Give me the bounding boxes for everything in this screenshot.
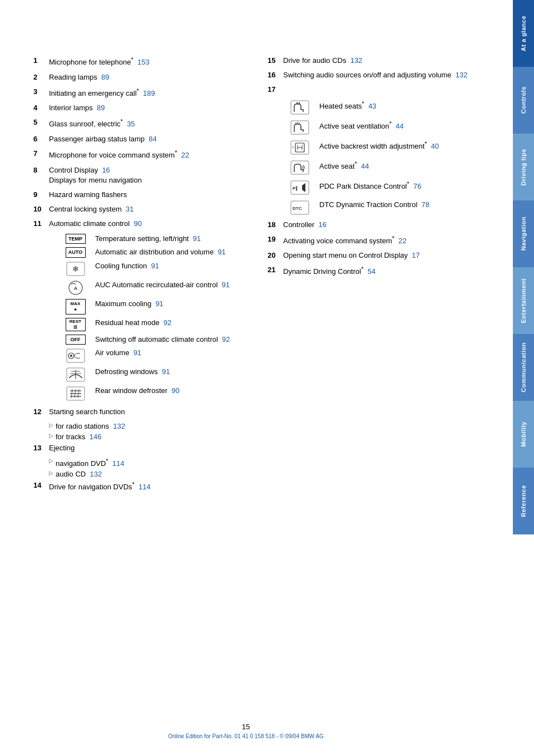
entry-text-13: Ejecting (49, 443, 256, 453)
entry-num-21: 21 (268, 265, 283, 277)
sidebar-tab-communication[interactable]: Communication (513, 334, 534, 401)
page-ref-12b[interactable]: 146 (90, 433, 102, 441)
entry-text-17 (283, 85, 491, 95)
page-ref-11[interactable]: 90 (134, 219, 141, 228)
page-ref-7[interactable]: 22 (181, 151, 189, 159)
page-ref-max[interactable]: 91 (155, 300, 163, 308)
sidebar-tab-driving-tips[interactable]: Driving tips (513, 134, 534, 200)
entry-13a-text: navigation DVD* 114 (56, 458, 125, 468)
entry-num-14: 14 (33, 480, 49, 493)
page-ref-temp[interactable]: 91 (193, 234, 201, 243)
page-ref-active-seat[interactable]: 44 (361, 162, 369, 170)
entry-text-9: Hazard warning flashers (49, 190, 256, 200)
page-ref-2[interactable]: 89 (101, 73, 109, 81)
svg-rect-19 (291, 121, 309, 134)
arrow-12b: ▷ (49, 433, 53, 441)
page-ref-21[interactable]: 54 (368, 268, 375, 276)
entry-text-18: Controller 16 (283, 220, 491, 230)
entry-num-17: 17 (268, 85, 283, 95)
climate-cooling: ❄ Cooling function 91 (60, 261, 256, 277)
sidebar-tab-reference[interactable]: Reference (513, 468, 534, 534)
climate-defrost: Defrosting windows 91 (60, 367, 256, 382)
climate-rest-text: Residual heat mode 92 (95, 318, 256, 331)
entry-13a: ▷ navigation DVD* 114 (49, 458, 256, 468)
entry-12a: ▷ for radio stations 132 (49, 422, 256, 430)
entry-13b-text: audio CD 132 (56, 470, 102, 478)
page-ref-1[interactable]: 153 (137, 58, 150, 66)
climate-cooling-text: Cooling function 91 (95, 261, 256, 277)
sidebar-tab-entertainment[interactable]: Entertainment (513, 267, 534, 334)
entry-num-2: 2 (33, 72, 49, 82)
page-ref-10[interactable]: 31 (126, 205, 134, 213)
page-ref-ventilation[interactable]: 44 (395, 122, 403, 130)
entry-num-19: 19 (268, 234, 283, 247)
entry-num-18: 18 (268, 220, 283, 230)
page-ref-8[interactable]: 16 (102, 166, 110, 174)
page-ref-19[interactable]: 22 (398, 237, 406, 245)
page-ref-18[interactable]: 16 (319, 220, 327, 229)
sidebar-label-entertainment: Entertainment (520, 278, 527, 323)
backrest-icon: * (290, 140, 310, 155)
entry-9: 9 Hazard warning flashers (33, 190, 256, 200)
section-17-items: Heated seats* 43 (284, 100, 491, 215)
svg-rect-4 (67, 349, 85, 362)
dtc: DTC DTC Dynamic Traction Control 78 (284, 200, 491, 215)
active-seat: Active seat* 44 (284, 160, 491, 175)
page-ref-dtc[interactable]: 78 (422, 200, 429, 209)
page-ref-pdc[interactable]: 76 (413, 182, 421, 190)
page-ref-16[interactable]: 132 (456, 71, 468, 79)
active-seat-icon (290, 160, 310, 175)
entry-3: 3 Initiating an emergency call* 189 (33, 87, 256, 99)
sidebar-label-reference: Reference (520, 485, 527, 517)
page-ref-13a[interactable]: 114 (112, 459, 125, 468)
page-ref-5[interactable]: 35 (127, 120, 135, 129)
page-ref-6[interactable]: 84 (149, 135, 156, 143)
svg-text:P∥: P∥ (293, 186, 298, 191)
page-ref-rear[interactable]: 90 (171, 386, 179, 395)
sidebar-label-mobility: Mobility (520, 421, 527, 447)
sidebar-tab-navigation[interactable]: Navigation (513, 200, 534, 267)
max-icon: MAX✦ (66, 299, 86, 315)
entry-text-4: Interior lamps 89 (49, 103, 256, 113)
climate-temp: TEMP Temperature setting, left/right 91 (60, 234, 256, 244)
sidebar-tab-mobility[interactable]: Mobility (513, 401, 534, 468)
page-ref-auto[interactable]: 91 (217, 248, 225, 256)
page-ref-off[interactable]: 92 (222, 335, 230, 343)
page-ref-13b[interactable]: 132 (90, 470, 102, 478)
entry-text-12: Starting search function (49, 407, 256, 417)
page-ref-15[interactable]: 132 (350, 56, 363, 65)
entry-10: 10 Central locking system 31 (33, 204, 256, 214)
heated-seats: Heated seats* 43 (284, 100, 491, 115)
entry-text-14: Drive for navigation DVDs* 114 (49, 480, 256, 493)
sidebar-tab-at-a-glance[interactable]: At a glance (513, 0, 534, 67)
entry-text-1: Microphone for telephone* 153 (49, 56, 256, 68)
page-ref-14[interactable]: 114 (139, 483, 151, 491)
page-ref-cooling[interactable]: 91 (151, 262, 159, 270)
entry-num-7: 7 (33, 149, 49, 161)
entry-14: 14 Drive for navigation DVDs* 114 (33, 480, 256, 493)
entry-text-20: Opening start menu on Control Display 17 (283, 251, 491, 261)
climate-max-text: Maximum cooling 91 (95, 299, 256, 315)
entry-num-6: 6 (33, 134, 49, 144)
page-footer: 15 Online Edition for Part-No. 01 41 0 1… (0, 723, 492, 739)
page-ref-defrost[interactable]: 91 (162, 367, 170, 376)
page-ref-3[interactable]: 189 (143, 89, 155, 97)
entry-12b-text: for tracks 146 (56, 433, 101, 441)
sidebar-tab-controls[interactable]: Controls (513, 67, 534, 134)
page-ref-air[interactable]: 91 (134, 348, 141, 357)
page-ref-20[interactable]: 17 (412, 251, 419, 259)
entry-num-20: 20 (268, 251, 283, 261)
svg-text:❄: ❄ (72, 264, 79, 273)
pdc: P∥ PDC Park Distance Control* 76 (284, 180, 491, 195)
entry-8: 8 Control Display 16Displays for menu na… (33, 165, 256, 185)
auto-icon: AUTO (66, 247, 86, 258)
entry-text-19: Activating voice command system* 22 (283, 234, 491, 247)
page-ref-4[interactable]: 89 (97, 104, 105, 112)
page-ref-heated[interactable]: 43 (368, 102, 376, 110)
auc-icon: A (66, 280, 86, 296)
page-ref-12a[interactable]: 132 (113, 422, 125, 430)
page-ref-auc[interactable]: 91 (222, 281, 230, 289)
entry-15: 15 Drive for audio CDs 132 (268, 56, 491, 66)
page-ref-rest[interactable]: 92 (164, 318, 171, 327)
page-ref-backrest[interactable]: 40 (431, 142, 439, 150)
